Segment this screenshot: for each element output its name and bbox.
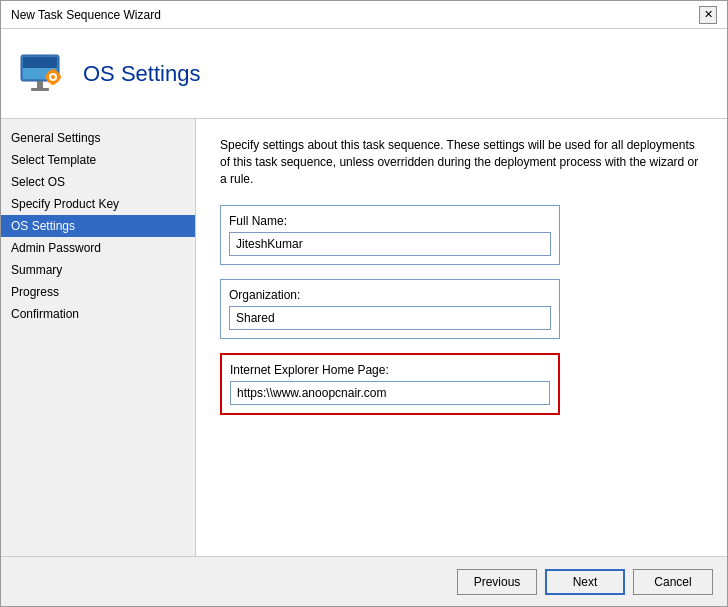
sidebar-item-confirmation[interactable]: Confirmation bbox=[1, 303, 195, 325]
dialog-title: New Task Sequence Wizard bbox=[11, 8, 161, 22]
full-name-label: Full Name: bbox=[229, 214, 551, 228]
footer: Previous Next Cancel bbox=[1, 556, 727, 606]
svg-rect-4 bbox=[37, 81, 43, 88]
svg-rect-12 bbox=[58, 75, 61, 78]
ie-homepage-input[interactable] bbox=[230, 381, 550, 405]
sidebar: General Settings Select Template Select … bbox=[1, 119, 196, 556]
full-name-input[interactable] bbox=[229, 232, 551, 256]
next-button[interactable]: Next bbox=[545, 569, 625, 595]
sidebar-item-progress[interactable]: Progress bbox=[1, 281, 195, 303]
ie-homepage-container: Internet Explorer Home Page: bbox=[220, 353, 560, 415]
dialog: New Task Sequence Wizard ✕ bbox=[0, 0, 728, 607]
ie-homepage-label: Internet Explorer Home Page: bbox=[230, 363, 550, 377]
svg-rect-10 bbox=[52, 82, 55, 85]
page-title: OS Settings bbox=[83, 61, 200, 87]
sidebar-item-summary[interactable]: Summary bbox=[1, 259, 195, 281]
organization-container: Organization: bbox=[220, 279, 560, 339]
main-content: Specify settings about this task sequenc… bbox=[196, 119, 727, 556]
svg-rect-9 bbox=[52, 69, 55, 72]
header-section: OS Settings bbox=[1, 29, 727, 119]
organization-input[interactable] bbox=[229, 306, 551, 330]
svg-rect-5 bbox=[31, 88, 49, 91]
content-area: General Settings Select Template Select … bbox=[1, 119, 727, 556]
title-bar: New Task Sequence Wizard ✕ bbox=[1, 1, 727, 29]
os-settings-icon bbox=[17, 49, 67, 99]
organization-group: Organization: bbox=[220, 279, 703, 339]
full-name-group: Full Name: bbox=[220, 205, 703, 265]
full-name-container: Full Name: bbox=[220, 205, 560, 265]
cancel-button[interactable]: Cancel bbox=[633, 569, 713, 595]
organization-label: Organization: bbox=[229, 288, 551, 302]
ie-homepage-group: Internet Explorer Home Page: bbox=[220, 353, 703, 415]
sidebar-item-admin-password[interactable]: Admin Password bbox=[1, 237, 195, 259]
close-button[interactable]: ✕ bbox=[699, 6, 717, 24]
description-text: Specify settings about this task sequenc… bbox=[220, 137, 703, 187]
sidebar-item-os-settings[interactable]: OS Settings bbox=[1, 215, 195, 237]
svg-rect-11 bbox=[45, 75, 48, 78]
sidebar-item-specify-product-key[interactable]: Specify Product Key bbox=[1, 193, 195, 215]
svg-point-8 bbox=[51, 75, 55, 79]
previous-button[interactable]: Previous bbox=[457, 569, 537, 595]
svg-rect-2 bbox=[23, 57, 57, 68]
sidebar-item-general-settings[interactable]: General Settings bbox=[1, 127, 195, 149]
sidebar-item-select-os[interactable]: Select OS bbox=[1, 171, 195, 193]
sidebar-item-select-template[interactable]: Select Template bbox=[1, 149, 195, 171]
